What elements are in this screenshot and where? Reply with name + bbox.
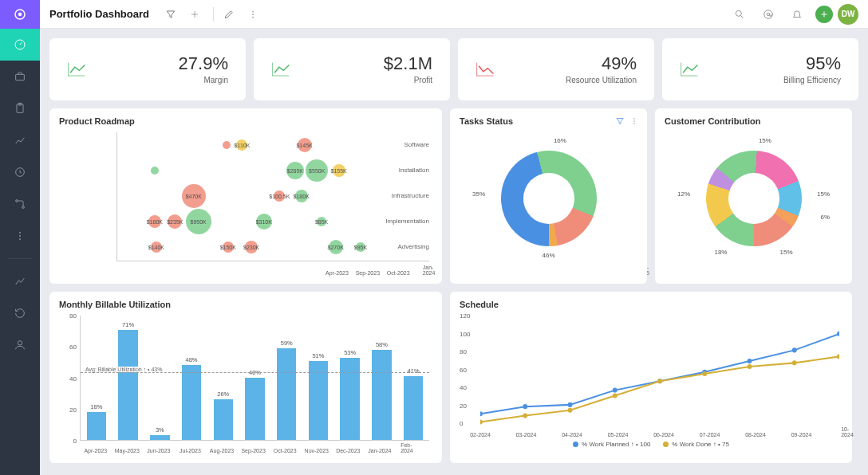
data-point[interactable] xyxy=(748,359,752,363)
svg-point-15 xyxy=(252,16,254,18)
bubble[interactable]: $100.5K xyxy=(274,190,285,202)
bubble[interactable]: $95K xyxy=(356,242,365,252)
bubble[interactable]: $180K xyxy=(295,190,308,202)
data-point[interactable] xyxy=(702,371,707,376)
y-tick: 120 xyxy=(460,312,477,320)
bar[interactable] xyxy=(340,358,359,440)
x-label: 07-2024 xyxy=(700,432,720,438)
sidebar-item-dashboard[interactable] xyxy=(0,29,40,61)
more-vertical-icon[interactable] xyxy=(629,115,639,129)
x-label: 09-2024 xyxy=(791,432,812,438)
bubble[interactable]: $85K xyxy=(317,217,326,226)
bar[interactable] xyxy=(182,365,201,440)
svg-rect-19 xyxy=(68,63,69,77)
bubble[interactable]: $550K xyxy=(306,159,328,182)
add-button[interactable] xyxy=(184,4,205,25)
bubble[interactable] xyxy=(223,141,231,149)
card-title: Monthly Billable Utilization xyxy=(59,300,432,309)
schedule-legend: % Work Planned ↑ • 100% Work Done ↑ • 75 xyxy=(460,441,842,448)
schedule-chart: 02040608010012002-202403-202404-202405-2… xyxy=(460,316,842,439)
data-point[interactable] xyxy=(613,388,617,393)
data-point[interactable] xyxy=(568,408,573,413)
card-title: Customer Contribution xyxy=(665,116,842,126)
data-point[interactable] xyxy=(523,404,527,409)
sparkline-icon xyxy=(67,61,89,78)
x-label: 05-2024 xyxy=(608,432,629,438)
kpi-card[interactable]: 27.9%Margin xyxy=(49,38,246,100)
app-logo[interactable] xyxy=(0,0,40,29)
bar[interactable] xyxy=(245,378,264,440)
bubble[interactable] xyxy=(151,167,159,175)
donut xyxy=(501,151,597,246)
trend-icon xyxy=(14,275,26,288)
bubble[interactable]: $230K xyxy=(245,241,258,253)
sidebar-item-history[interactable] xyxy=(0,297,40,329)
data-point[interactable] xyxy=(480,411,483,416)
filter-button[interactable] xyxy=(160,4,181,25)
bar[interactable] xyxy=(277,348,296,440)
bubble[interactable]: $150K xyxy=(223,241,234,253)
sidebar-item-reports[interactable] xyxy=(0,265,40,297)
edit-button[interactable] xyxy=(219,4,239,25)
bubble[interactable]: $110K xyxy=(236,139,247,151)
sidebar-item-workflow[interactable] xyxy=(0,188,40,220)
bar[interactable] xyxy=(118,330,137,440)
data-point[interactable] xyxy=(837,354,839,359)
donut-label: 15% xyxy=(817,190,830,198)
data-point[interactable] xyxy=(613,393,617,398)
sidebar-item-users[interactable] xyxy=(0,329,40,361)
kpi-card[interactable]: $2.1MProfit xyxy=(254,38,450,100)
data-point[interactable] xyxy=(568,402,573,407)
data-point[interactable] xyxy=(523,414,527,418)
data-point[interactable] xyxy=(792,347,797,352)
data-point[interactable] xyxy=(657,379,662,383)
customer-donut-chart: 15%15%6%15%18%12% xyxy=(665,132,842,264)
bar[interactable] xyxy=(404,376,423,440)
bubble[interactable]: $470K xyxy=(182,184,206,208)
bubble[interactable]: $285K xyxy=(286,162,304,179)
search-button[interactable] xyxy=(729,4,750,25)
donut-label: 6% xyxy=(820,214,830,221)
header: Portfolio Dashboard DW xyxy=(40,0,868,29)
svg-rect-24 xyxy=(476,76,493,77)
data-point[interactable] xyxy=(792,360,797,365)
sidebar-item-analytics[interactable] xyxy=(0,124,40,156)
sidebar-item-projects[interactable] xyxy=(0,61,40,92)
bubble[interactable]: $235K xyxy=(168,214,182,229)
data-point[interactable] xyxy=(748,364,752,369)
filter-icon[interactable] xyxy=(615,115,625,129)
bar[interactable] xyxy=(87,412,106,440)
avg-line: Avg: Billable Utilization ↑ • 43% xyxy=(81,372,429,373)
clock-icon xyxy=(14,166,26,179)
kpi-row: 27.9%Margin $2.1MProfit 49%Resource Util… xyxy=(49,38,858,100)
user-avatar[interactable]: DW xyxy=(838,4,858,25)
sidebar-item-clipboard[interactable] xyxy=(0,92,40,124)
mention-button[interactable] xyxy=(758,4,779,25)
at-icon xyxy=(763,9,774,20)
notifications-button[interactable] xyxy=(787,4,807,25)
bubble[interactable]: $140K xyxy=(151,241,162,253)
bubble[interactable]: $950K xyxy=(186,209,211,234)
bubble[interactable]: $145K xyxy=(298,138,312,152)
bar[interactable] xyxy=(372,350,391,440)
bubble[interactable]: $155K xyxy=(333,164,345,177)
sidebar-item-more[interactable] xyxy=(0,220,40,252)
data-point[interactable] xyxy=(837,332,839,336)
kpi-card[interactable]: 95%Billing Efficiency xyxy=(662,38,858,100)
search-icon xyxy=(734,9,745,20)
bubble[interactable]: $270K xyxy=(329,240,343,254)
kpi-card[interactable]: 49%Resource Utilization xyxy=(458,38,654,100)
kpi-value: 95% xyxy=(783,54,841,73)
add-fab[interactable] xyxy=(815,6,833,23)
data-point[interactable] xyxy=(480,420,483,425)
bar-value-label: 3% xyxy=(156,426,164,434)
bubble[interactable]: $310K xyxy=(256,214,272,230)
bar-value-label: 26% xyxy=(217,391,229,398)
header-more-button[interactable] xyxy=(243,4,263,25)
user-icon xyxy=(14,339,26,351)
bubble[interactable]: $180K xyxy=(148,215,161,228)
sidebar-item-time[interactable] xyxy=(0,156,40,188)
svg-rect-21 xyxy=(272,63,273,77)
bar[interactable] xyxy=(214,399,233,440)
bar[interactable] xyxy=(150,435,169,440)
